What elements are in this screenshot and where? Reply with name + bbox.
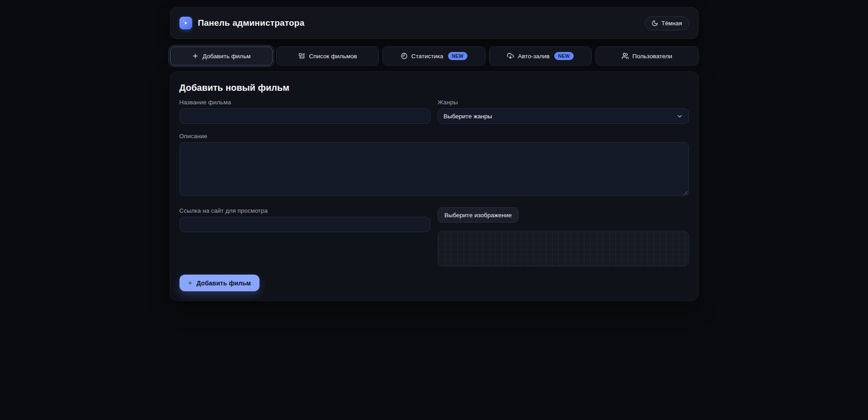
movie-title-label: Название фильма bbox=[179, 99, 431, 106]
page-title: Панель администратора bbox=[198, 18, 305, 28]
plus-icon: + bbox=[188, 279, 193, 287]
watch-url-input[interactable] bbox=[179, 217, 431, 232]
new-badge: NEW bbox=[448, 52, 468, 60]
tab-bar: Добавить фильм Список фильмов Статистика… bbox=[170, 47, 698, 65]
header: Панель администратора Тёмная bbox=[170, 7, 698, 39]
tab-label: Авто-залив bbox=[518, 53, 549, 60]
tab-label: Добавить фильм bbox=[203, 53, 250, 60]
header-left: Панель администратора bbox=[179, 17, 305, 29]
theme-toggle-button[interactable]: Тёмная bbox=[645, 16, 689, 30]
admin-panel: Панель администратора Тёмная Добавить фи… bbox=[170, 0, 698, 301]
tab-label: Список фильмов bbox=[309, 53, 357, 60]
tab-label: Статистика bbox=[411, 53, 443, 60]
theme-toggle-label: Тёмная bbox=[661, 20, 682, 27]
genres-label: Жанры bbox=[438, 99, 689, 106]
cloud-arrow-icon bbox=[507, 52, 514, 60]
genres-field: Жанры Выберите жанры bbox=[438, 99, 689, 124]
image-preview-area[interactable] bbox=[438, 231, 689, 266]
tab-users[interactable]: Пользователи bbox=[595, 47, 698, 65]
genres-select-value: Выберите жанры bbox=[443, 113, 492, 120]
clock-icon bbox=[401, 52, 408, 60]
play-sparkles-icon bbox=[182, 19, 190, 27]
tab-add-movie[interactable]: Добавить фильм bbox=[170, 47, 273, 65]
description-textarea[interactable] bbox=[179, 142, 689, 196]
tab-movie-list[interactable]: Список фильмов bbox=[276, 47, 379, 65]
tab-auto-upload[interactable]: Авто-залив NEW bbox=[489, 47, 592, 65]
app-logo bbox=[179, 17, 192, 29]
moon-icon bbox=[651, 20, 658, 27]
card-title: Добавить новый фильм bbox=[179, 83, 689, 93]
users-icon bbox=[622, 52, 629, 60]
image-field: Выберите изображение bbox=[438, 207, 689, 266]
description-label: Описание bbox=[179, 133, 689, 140]
genres-select[interactable]: Выберите жанры bbox=[438, 108, 689, 124]
movie-title-field: Название фильма bbox=[179, 99, 431, 124]
form-row-url-image: Ссылка на сайт для просмотра Выберите из… bbox=[179, 207, 689, 266]
movie-title-input[interactable] bbox=[179, 108, 431, 124]
form-row-description: Описание bbox=[179, 133, 689, 196]
chevron-down-icon bbox=[676, 113, 683, 120]
plus-icon bbox=[192, 52, 199, 60]
add-movie-submit-button[interactable]: + Добавить фильм bbox=[179, 275, 259, 291]
choose-image-button[interactable]: Выберите изображение bbox=[438, 207, 519, 223]
form-row-title-genres: Название фильма Жанры Выберите жанры bbox=[179, 99, 689, 124]
tab-statistics[interactable]: Статистика NEW bbox=[382, 47, 485, 65]
new-badge: NEW bbox=[554, 52, 574, 60]
list-icon bbox=[298, 52, 306, 60]
watch-url-label: Ссылка на сайт для просмотра bbox=[179, 207, 431, 214]
watch-url-field: Ссылка на сайт для просмотра bbox=[179, 207, 431, 266]
add-movie-card: Добавить новый фильм Название фильма Жан… bbox=[170, 71, 698, 301]
tab-label: Пользователи bbox=[632, 53, 672, 60]
submit-label: Добавить фильм bbox=[196, 280, 250, 287]
